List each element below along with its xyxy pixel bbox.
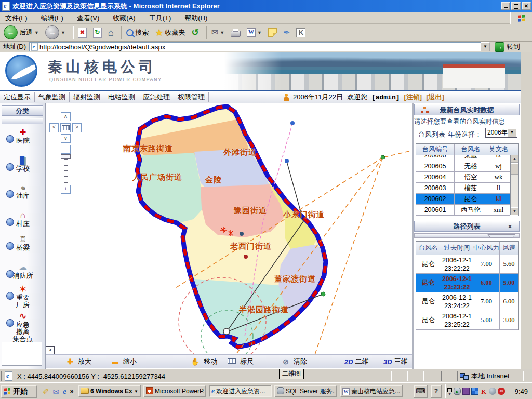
sphere-bullet-icon[interactable] [6,135,14,143]
nav-tab[interactable]: 电站监测 [104,92,139,102]
input-method-button[interactable]: ⌨ [414,385,428,398]
map-tool-button[interactable]: 移动 [191,356,217,367]
collapse-chevron-icon[interactable]: » [504,224,515,228]
map-tool-button[interactable]: 放大 [66,356,91,367]
typhoon-row[interactable]: 200603 榴莲 ll [416,183,510,194]
task-button[interactable]: SQL Server 服务... ▼ [274,385,337,397]
sidebar-collapse-button[interactable]: > [46,346,55,354]
sphere-bullet-icon[interactable] [6,190,14,198]
close-button[interactable]: ✕ [522,2,531,10]
scroll-up-icon[interactable]: ▲ [511,155,518,163]
favorites-button[interactable]: ★收藏夹 [153,25,187,41]
scroll-down-icon[interactable]: ▼ [511,207,518,215]
mail-dropdown-icon[interactable]: ▼ [220,30,224,35]
map-tool-button[interactable]: 清除 [282,356,307,367]
zoom-slider-handle[interactable]: − [61,154,71,159]
year-select-value[interactable]: 2006年 [486,128,508,137]
mail-button[interactable]: ✉▼ [210,25,226,41]
pan-left-button[interactable]: < [49,123,59,132]
path-list-bar[interactable]: 路径列表 » [414,221,520,232]
table-scrollbar[interactable]: ▲ ▼ [510,155,518,215]
pan-down-button[interactable]: ∨ [61,134,71,143]
typhoon-row[interactable]: 200605 无稽 wj [416,161,510,172]
tray-kaspersky-icon[interactable]: K [480,388,487,395]
quicklaunch-ie-icon[interactable]: e [63,387,66,396]
task-button[interactable]: Microsoft PowerP... ▼ [143,385,206,397]
task-button[interactable]: 秦山核电站应急... ▼ [340,385,403,397]
quicklaunch-pen-icon[interactable]: ✐ [43,388,49,395]
back-dropdown-icon[interactable]: ▼ [34,30,39,35]
pan-right-button[interactable]: > [72,123,82,132]
pan-center-button[interactable] [60,123,71,132]
sidebar-item[interactable]: 桥梁 [0,235,46,251]
kaspersky-button[interactable]: K [295,25,307,41]
nav-tab[interactable]: 权限管理 [174,92,209,102]
scrollbar-thumb[interactable] [511,163,518,175]
sidebar-item[interactable]: 村庄 [0,211,46,228]
task-group-dropdown-icon[interactable]: ▼ [134,389,138,394]
typhoon-row[interactable]: 200601 西马伦 xml [416,205,510,216]
print-button[interactable] [229,25,242,41]
search-button[interactable]: 搜索 [125,25,150,41]
help-button[interactable]: ? [431,385,442,398]
sphere-bullet-icon[interactable] [6,242,14,250]
edit-word-button[interactable]: W▼ [245,25,263,41]
nav-tab[interactable]: 应急处理 [139,92,174,102]
exit-link[interactable]: [退出] [426,92,444,102]
home-button[interactable]: ⌂ [107,25,115,41]
nav-tab[interactable]: 辐射监测 [70,92,104,102]
sidebar-item[interactable]: 医院 [0,128,46,144]
zoom-in-button[interactable]: + [61,185,71,194]
sidebar-item[interactable]: 重要 厂房 [0,285,46,309]
nav-tab[interactable]: 气象监测 [35,92,70,102]
start-button[interactable]: 开始 [1,385,37,398]
sidebar-item[interactable]: 应急 撤离 集合点 [0,312,46,343]
zoom-out-button[interactable]: − [61,145,71,154]
year-dropdown-icon[interactable]: ▼ [508,128,516,137]
typhoon-row[interactable]: 200602 昆仑 kl [416,194,510,205]
hide-icons-chevron[interactable]: ▼ [447,387,452,396]
go-icon[interactable]: → [495,42,504,52]
tray-sqlserver-icon[interactable]: ▸ [454,388,461,395]
history-button[interactable]: ↺ [190,25,200,41]
panel-splitter[interactable] [414,233,520,238]
tray-grid-icon[interactable] [471,388,478,395]
tray-app-icon[interactable] [462,388,470,395]
sphere-bullet-icon[interactable] [6,292,14,300]
path-row[interactable]: 昆仑 2006-12-123:25:22 5.00 3.00 [416,311,518,330]
refresh-button[interactable]: ↻ [91,25,103,41]
pan-up-button[interactable]: ∧ [61,112,71,121]
nav-tab[interactable]: 定位显示 [0,92,35,102]
address-input[interactable]: http://localhost/QSgridwebgis/default.as… [29,42,490,51]
sidebar-item[interactable]: 消防所 [0,263,46,280]
forward-dropdown-icon[interactable]: ▼ [61,30,65,35]
map-tool-button[interactable]: 2D 二维 [335,356,369,367]
task-button[interactable]: 6 Windows Expl... ▼ [78,385,141,397]
edit-dropdown-icon[interactable]: ▼ [257,30,262,35]
stop-button[interactable]: ✖ [76,25,88,41]
quicklaunch-overflow-icon[interactable]: » [70,388,74,395]
sphere-bullet-icon[interactable] [6,270,14,278]
typhoon-row[interactable]: 200604 悟空 wk [416,172,510,183]
messenger-button[interactable]: ✒ [282,25,291,41]
task-button[interactable]: 欢迎进入应急资... ▼ [209,385,272,397]
tray-ati-icon[interactable]: ati [498,388,505,395]
map-tool-button[interactable]: 3D 三维 [374,356,408,367]
menu-item[interactable]: 工具(T) [149,14,171,23]
address-url[interactable]: http://localhost/QSgridwebgis/default.as… [39,43,165,51]
menu-item[interactable]: 收藏(A) [113,14,135,23]
go-label[interactable]: 转到 [507,42,520,51]
forward-button[interactable]: →▼ [44,25,67,41]
menu-item[interactable]: 文件(F) [5,14,28,23]
year-select[interactable]: 2006年 ▼ [485,128,517,138]
path-row[interactable]: 昆仑 2006-12-123:24:22 7.00 6.00 [416,292,518,311]
map-area[interactable]: ∧ < > ∨ − − + > 南京东路街道外滩街道人民广场街道金陵豫园街道小东… [46,103,412,354]
sphere-bullet-icon[interactable] [6,163,14,171]
address-dropdown-icon[interactable]: ▼ [481,42,490,51]
sphere-bullet-icon[interactable] [6,319,14,327]
menu-item[interactable]: 编辑(E) [41,14,63,23]
menu-item[interactable]: 查看(V) [77,14,99,23]
back-button[interactable]: ←后退▼ [2,25,41,41]
restore-button[interactable] [511,2,521,10]
tray-volume-icon[interactable] [489,388,496,395]
